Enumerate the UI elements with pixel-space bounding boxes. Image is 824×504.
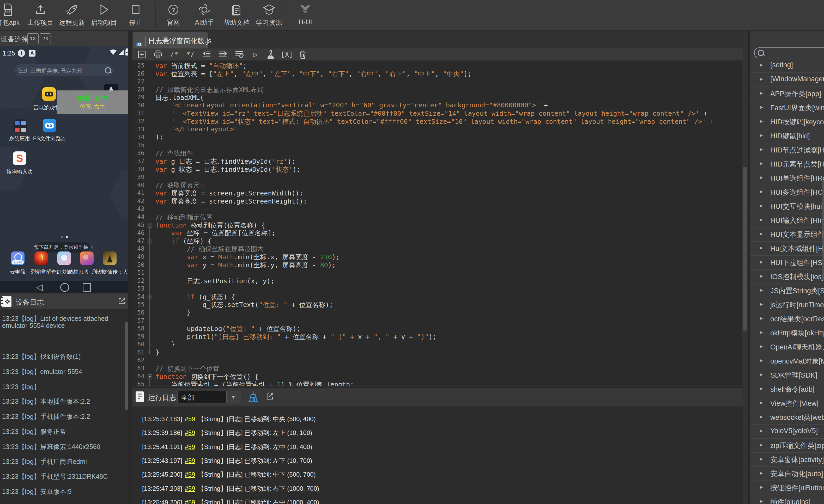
tree-expand-icon[interactable]: ►: [759, 428, 764, 433]
tree-expand-icon[interactable]: ►: [759, 189, 764, 195]
dock-app-jianghu[interactable]: [80, 251, 94, 265]
toolbar-website-button[interactable]: ?官网: [158, 3, 189, 29]
tree-expand-icon[interactable]: ►: [759, 443, 764, 448]
api-tree-item[interactable]: ►okHttp模块[okHttp]: [750, 326, 824, 340]
log-line-link[interactable]: #59: [185, 499, 195, 504]
tree-expand-icon[interactable]: ►: [759, 77, 764, 82]
toolbar-upload-button[interactable]: 上传项目: [25, 3, 56, 29]
tree-expand-icon[interactable]: ►: [759, 161, 764, 166]
tree-expand-icon[interactable]: ►: [759, 414, 764, 419]
fold-collapse-icon[interactable]: −: [147, 223, 152, 228]
print-icon[interactable]: [153, 49, 163, 60]
tab-log-float-script[interactable]: JS 日志悬浮窗简化版.js ×: [133, 32, 208, 48]
api-tree-item[interactable]: ►[seting]: [750, 58, 824, 73]
app-es-explorer[interactable]: ES: [43, 119, 56, 132]
api-tree-item[interactable]: ►APP操作类[app]: [750, 87, 824, 101]
api-tree-item[interactable]: ►HID元素节点类[HidN: [750, 157, 824, 171]
device-log-list[interactable]: 13:23【log】List of devices attachedemulat…: [0, 309, 128, 504]
tree-expand-icon[interactable]: ►: [759, 62, 764, 68]
api-tree-item[interactable]: ►HUI交互模块[hui]: [750, 199, 824, 214]
indent-icon[interactable]: [218, 49, 228, 60]
tree-expand-icon[interactable]: ►: [759, 105, 764, 110]
tree-expand-icon[interactable]: ►: [759, 316, 764, 321]
api-search-input[interactable]: [754, 47, 824, 58]
toolbar-hui-button[interactable]: H-UI: [290, 3, 321, 29]
log-line-link[interactable]: #59: [185, 485, 195, 492]
tree-expand-icon[interactable]: ►: [759, 133, 764, 138]
tree-expand-icon[interactable]: ►: [759, 203, 764, 209]
api-tree-item[interactable]: ►websocket类[webso: [750, 410, 824, 424]
toast-close-icon[interactable]: ×: [91, 244, 94, 250]
log-line-link[interactable]: #59: [185, 443, 195, 450]
clear-log-icon[interactable]: [248, 391, 258, 403]
api-tree-item[interactable]: ►shell命令[adb]: [750, 382, 824, 396]
run-icon[interactable]: ▷: [250, 49, 261, 60]
api-tree-item[interactable]: ►FastUI界面类[windo: [750, 101, 824, 115]
log-line-link[interactable]: #59: [185, 415, 195, 422]
app-game-center[interactable]: [42, 87, 56, 101]
api-tree-item[interactable]: ►JS内置String类[Strin: [750, 283, 824, 298]
log-float-window[interactable]: 位置: 右中 位置: 右中: [57, 91, 128, 114]
comment-start-icon[interactable]: /*: [169, 49, 179, 60]
app-system-folder[interactable]: [14, 119, 27, 133]
api-tree-item[interactable]: ►IOS控制模块[ios]: [750, 269, 824, 284]
api-tree-item[interactable]: ►opencvMat对象[Mat: [750, 354, 824, 368]
api-tree-item[interactable]: ►[WindowManager]: [750, 73, 824, 87]
api-tree-item[interactable]: ►SDK管理[SDK]: [750, 368, 824, 382]
tree-expand-icon[interactable]: ►: [759, 302, 764, 307]
api-tree-item[interactable]: ►ocr结果类[ocrResult]: [750, 312, 824, 326]
code-editor[interactable]: 25var 当前模式 = "自动循环";26var 位置列表 = ["左上", …: [132, 60, 743, 386]
scale-1x-button[interactable]: 1X‶: [27, 33, 38, 44]
tree-expand-icon[interactable]: ►: [759, 274, 764, 279]
log-line-link[interactable]: #59: [185, 471, 195, 478]
api-tree-item[interactable]: ►HUI文本显示组件[Hte: [750, 227, 824, 242]
test-flask-icon[interactable]: [266, 49, 276, 60]
scale-2x-button[interactable]: 2X‶: [40, 33, 51, 44]
tree-expand-icon[interactable]: ►: [759, 260, 764, 265]
export-log-icon[interactable]: [266, 392, 274, 402]
tree-expand-icon[interactable]: ►: [759, 217, 764, 223]
toolbar-apk-button[interactable]: APK打包apk: [0, 3, 23, 29]
dock-app-cloud[interactable]: 云手机: [11, 251, 24, 265]
tree-expand-icon[interactable]: ►: [759, 485, 764, 490]
api-scrollbar-thumb[interactable]: [822, 180, 824, 280]
tree-expand-icon[interactable]: ►: [759, 400, 764, 405]
tree-expand-icon[interactable]: ►: [759, 330, 764, 335]
api-tree-item[interactable]: ►插件[plugins]: [750, 495, 824, 504]
fold-collapse-icon[interactable]: −: [147, 374, 152, 379]
tree-expand-icon[interactable]: ►: [759, 231, 764, 237]
nav-recents-icon[interactable]: [83, 283, 91, 292]
tree-expand-icon[interactable]: ►: [759, 344, 764, 349]
log-line-link[interactable]: #59: [185, 457, 195, 464]
tree-expand-icon[interactable]: ►: [759, 119, 764, 124]
toolbar-stop-button[interactable]: 停止: [120, 3, 151, 29]
api-tree-item[interactable]: ►HUI输入组件[HInput: [750, 213, 824, 228]
comment-end-icon[interactable]: */: [185, 49, 196, 60]
tree-expand-icon[interactable]: ►: [759, 358, 764, 363]
api-tree-item[interactable]: ►HID节点过滤器[HidN: [750, 143, 824, 157]
api-tree-item[interactable]: ►安卓窗体[activity]: [750, 453, 824, 467]
api-tree-item[interactable]: ►HID按键码[keycode]: [750, 115, 824, 129]
nav-back-icon[interactable]: ◁: [36, 282, 43, 292]
tree-expand-icon[interactable]: ►: [759, 499, 764, 504]
tree-expand-icon[interactable]: ►: [759, 457, 764, 462]
toolbar-start-button[interactable]: 启动项目: [88, 3, 120, 29]
tree-expand-icon[interactable]: ►: [759, 288, 764, 293]
api-tree-item[interactable]: ►HUI下拉组件[HSelec: [750, 255, 824, 270]
device-log-scrollbar[interactable]: [125, 322, 128, 410]
format-icon[interactable]: [234, 49, 244, 60]
dock-app-dream[interactable]: [58, 251, 71, 265]
fold-collapse-icon[interactable]: −: [147, 239, 152, 243]
dock-app-xiuxian[interactable]: [103, 251, 117, 265]
api-tree-item[interactable]: ►YoloV5[yoloV5]: [750, 424, 824, 438]
api-tree-item[interactable]: ►HUI单选组件[HRadio: [750, 171, 824, 185]
api-tree-item[interactable]: ►HUI多选组件[HChec: [750, 185, 824, 199]
toolbar-docs-button[interactable]: 帮助文档: [221, 3, 252, 29]
chevron-down-icon[interactable]: ▼: [226, 391, 240, 403]
editor-scrollbar-thumb[interactable]: [743, 167, 747, 331]
log-filter-select[interactable]: 全部: [177, 391, 227, 403]
api-tree-item[interactable]: ►HID键鼠[hid]: [750, 129, 824, 143]
api-tree-item[interactable]: ►安卓自动化[auto]: [750, 467, 824, 481]
dock-app-flame[interactable]: [34, 251, 48, 265]
toolbar-learn-button[interactable]: 学习资源: [253, 3, 285, 29]
